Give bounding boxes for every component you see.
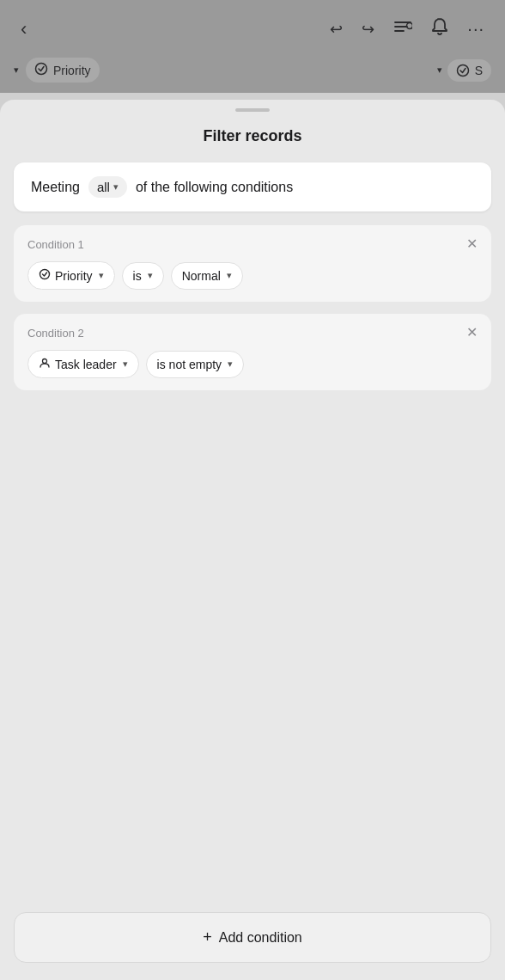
condition-2-operator-label: is not empty xyxy=(157,358,222,371)
condition-1-pills: Priority ▾ is ▾ Normal ▾ xyxy=(27,261,478,290)
svg-point-6 xyxy=(457,64,468,76)
add-condition-label: Add condition xyxy=(219,930,302,946)
condition-2-field-label: Task leader xyxy=(55,358,117,371)
sub-header-filter-arrow: ▾ xyxy=(14,64,19,76)
condition-1-value-chevron: ▾ xyxy=(227,270,232,281)
redo-icon[interactable]: ↪ xyxy=(362,20,374,39)
bell-icon[interactable] xyxy=(431,17,448,40)
condition-2-close-button[interactable]: ✕ xyxy=(466,326,478,340)
sub-header-right-chip[interactable]: S xyxy=(447,59,491,82)
add-icon: + xyxy=(203,928,212,946)
svg-line-4 xyxy=(412,28,413,30)
sub-header-right: ▾ S xyxy=(437,59,491,82)
priority-chip-label: Priority xyxy=(53,64,91,77)
condition-1-field-label: Priority xyxy=(55,269,93,283)
condition-1-card: Condition 1 ✕ Priority ▾ xyxy=(14,225,491,302)
condition-1-value-label: Normal xyxy=(182,269,221,283)
condition-1-value-pill[interactable]: Normal ▾ xyxy=(171,262,243,290)
condition-2-header: Condition 2 ✕ xyxy=(27,326,478,340)
condition-1-operator-pill[interactable]: is ▾ xyxy=(122,262,164,290)
add-condition-button[interactable]: + Add condition xyxy=(14,912,491,963)
following-text: of the following conditions xyxy=(136,180,293,195)
condition-1-field-pill[interactable]: Priority ▾ xyxy=(27,261,115,290)
condition-1-field-chevron: ▾ xyxy=(99,270,104,281)
top-bar: ‹ ↩ ↪ ··· xyxy=(0,0,505,51)
condition-2-card: Condition 2 ✕ Task leader ▾ xyxy=(14,314,491,390)
condition-2-field-chevron: ▾ xyxy=(123,358,128,370)
filter-modal-sheet: Filter records Meeting all ▾ of the foll… xyxy=(0,100,505,980)
all-chevron-icon: ▾ xyxy=(113,181,119,193)
sub-header: ▾ Priority ▾ S xyxy=(0,51,505,93)
condition-2-pills: Task leader ▾ is not empty ▾ xyxy=(27,350,478,378)
priority-icon xyxy=(34,62,48,78)
more-options-icon[interactable]: ··· xyxy=(467,19,484,39)
condition-1-operator-chevron: ▾ xyxy=(148,270,153,281)
undo-icon[interactable]: ↩ xyxy=(330,20,343,39)
all-dropdown[interactable]: all ▾ xyxy=(88,176,127,198)
condition-2-field-pill[interactable]: Task leader ▾ xyxy=(27,350,139,378)
condition-2-operator-pill[interactable]: is not empty ▾ xyxy=(146,351,244,378)
all-label: all xyxy=(97,180,110,194)
sub-header-right-label: S xyxy=(475,64,483,77)
condition-1-label: Condition 1 xyxy=(27,238,84,251)
svg-point-8 xyxy=(43,359,47,364)
top-actions: ↩ ↪ ··· xyxy=(330,17,484,40)
condition-2-label: Condition 2 xyxy=(27,327,84,340)
condition-1-close-button[interactable]: ✕ xyxy=(466,237,478,251)
filter-search-icon[interactable] xyxy=(393,19,412,39)
condition-1-header: Condition 1 ✕ xyxy=(27,237,478,251)
svg-point-5 xyxy=(36,64,47,75)
back-button[interactable]: ‹ xyxy=(21,18,27,40)
condition-2-operator-chevron: ▾ xyxy=(228,358,233,370)
condition-1-operator-label: is xyxy=(133,269,142,283)
meeting-label: Meeting xyxy=(31,180,80,195)
priority-filter-chip[interactable]: Priority xyxy=(26,58,100,83)
modal-area: Filter records Meeting all ▾ of the foll… xyxy=(0,93,505,980)
sub-header-right-arrow: ▾ xyxy=(437,64,442,76)
task-leader-icon xyxy=(39,357,51,371)
svg-point-7 xyxy=(40,270,50,279)
meeting-row: Meeting all ▾ of the following condition… xyxy=(14,162,491,211)
priority-field-icon xyxy=(39,268,51,283)
drag-handle xyxy=(235,108,270,112)
modal-title: Filter records xyxy=(0,124,505,162)
